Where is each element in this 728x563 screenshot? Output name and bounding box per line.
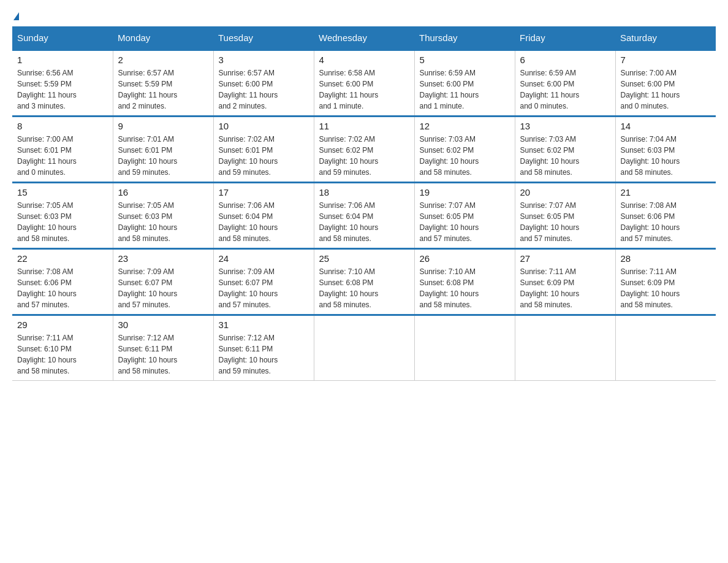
calendar-cell: 17 Sunrise: 7:06 AMSunset: 6:04 PMDaylig…: [213, 183, 314, 249]
day-number: 27: [520, 253, 610, 264]
calendar-cell: 18 Sunrise: 7:06 AMSunset: 6:04 PMDaylig…: [314, 183, 414, 249]
column-header-monday: Monday: [113, 26, 213, 50]
day-number: 6: [520, 55, 610, 65]
calendar-cell: 28 Sunrise: 7:11 AMSunset: 6:09 PMDaylig…: [615, 249, 716, 315]
calendar-cell: [515, 315, 615, 381]
day-info: Sunrise: 6:57 AMSunset: 6:00 PMDaylight:…: [219, 67, 309, 112]
week-row-3: 15 Sunrise: 7:05 AMSunset: 6:03 PMDaylig…: [12, 183, 716, 249]
day-info: Sunrise: 6:57 AMSunset: 5:59 PMDaylight:…: [118, 67, 208, 112]
day-number: 8: [17, 121, 108, 131]
day-number: 14: [621, 121, 711, 131]
day-info: Sunrise: 7:05 AMSunset: 6:03 PMDaylight:…: [118, 200, 208, 244]
calendar-cell: 15 Sunrise: 7:05 AMSunset: 6:03 PMDaylig…: [12, 183, 113, 249]
calendar-cell: 3 Sunrise: 6:57 AMSunset: 6:00 PMDayligh…: [213, 50, 314, 117]
day-info: Sunrise: 7:03 AMSunset: 6:02 PMDaylight:…: [520, 134, 610, 178]
calendar-cell: 25 Sunrise: 7:10 AMSunset: 6:08 PMDaylig…: [314, 249, 414, 315]
calendar-cell: 7 Sunrise: 7:00 AMSunset: 6:00 PMDayligh…: [615, 50, 716, 117]
calendar-cell: 12 Sunrise: 7:03 AMSunset: 6:02 PMDaylig…: [414, 117, 515, 183]
day-number: 3: [219, 55, 309, 65]
calendar-cell: 6 Sunrise: 6:59 AMSunset: 6:00 PMDayligh…: [515, 50, 615, 117]
day-number: 28: [621, 253, 711, 264]
day-info: Sunrise: 7:11 AMSunset: 6:09 PMDaylight:…: [520, 266, 610, 310]
day-info: Sunrise: 7:11 AMSunset: 6:09 PMDaylight:…: [621, 266, 711, 310]
day-info: Sunrise: 7:08 AMSunset: 6:06 PMDaylight:…: [17, 266, 108, 310]
day-info: Sunrise: 6:58 AMSunset: 6:00 PMDaylight:…: [319, 67, 409, 112]
day-number: 24: [219, 253, 309, 264]
day-number: 4: [319, 55, 409, 65]
calendar-cell: 20 Sunrise: 7:07 AMSunset: 6:05 PMDaylig…: [515, 183, 615, 249]
day-info: Sunrise: 6:56 AMSunset: 5:59 PMDaylight:…: [17, 67, 108, 112]
day-number: 25: [319, 253, 409, 264]
calendar-cell: 9 Sunrise: 7:01 AMSunset: 6:01 PMDayligh…: [113, 117, 213, 183]
calendar-cell: 16 Sunrise: 7:05 AMSunset: 6:03 PMDaylig…: [113, 183, 213, 249]
day-info: Sunrise: 7:07 AMSunset: 6:05 PMDaylight:…: [420, 200, 510, 244]
calendar-cell: 19 Sunrise: 7:07 AMSunset: 6:05 PMDaylig…: [414, 183, 515, 249]
day-number: 5: [420, 55, 510, 65]
calendar-cell: 8 Sunrise: 7:00 AMSunset: 6:01 PMDayligh…: [12, 117, 113, 183]
day-info: Sunrise: 7:10 AMSunset: 6:08 PMDaylight:…: [420, 266, 510, 310]
week-row-2: 8 Sunrise: 7:00 AMSunset: 6:01 PMDayligh…: [12, 117, 716, 183]
calendar-cell: 5 Sunrise: 6:59 AMSunset: 6:00 PMDayligh…: [414, 50, 515, 117]
day-number: 12: [420, 121, 510, 131]
day-number: 15: [17, 187, 108, 197]
day-info: Sunrise: 7:10 AMSunset: 6:08 PMDaylight:…: [319, 266, 409, 310]
calendar-cell: 11 Sunrise: 7:02 AMSunset: 6:02 PMDaylig…: [314, 117, 414, 183]
day-number: 20: [520, 187, 610, 197]
day-info: Sunrise: 7:00 AMSunset: 6:00 PMDaylight:…: [621, 67, 711, 112]
column-header-wednesday: Wednesday: [314, 26, 414, 50]
day-info: Sunrise: 7:06 AMSunset: 6:04 PMDaylight:…: [219, 200, 309, 244]
logo: [12, 12, 19, 20]
day-info: Sunrise: 7:00 AMSunset: 6:01 PMDaylight:…: [17, 134, 108, 178]
week-row-1: 1 Sunrise: 6:56 AMSunset: 5:59 PMDayligh…: [12, 50, 716, 117]
calendar-cell: 30 Sunrise: 7:12 AMSunset: 6:11 PMDaylig…: [113, 315, 213, 381]
calendar-cell: 31 Sunrise: 7:12 AMSunset: 6:11 PMDaylig…: [213, 315, 314, 381]
day-info: Sunrise: 7:02 AMSunset: 6:02 PMDaylight:…: [319, 134, 409, 178]
calendar-cell: 26 Sunrise: 7:10 AMSunset: 6:08 PMDaylig…: [414, 249, 515, 315]
day-info: Sunrise: 7:08 AMSunset: 6:06 PMDaylight:…: [621, 200, 711, 244]
day-number: 11: [319, 121, 409, 131]
day-info: Sunrise: 7:02 AMSunset: 6:01 PMDaylight:…: [219, 134, 309, 178]
calendar-cell: 22 Sunrise: 7:08 AMSunset: 6:06 PMDaylig…: [12, 249, 113, 315]
column-header-friday: Friday: [515, 26, 615, 50]
day-info: Sunrise: 7:03 AMSunset: 6:02 PMDaylight:…: [420, 134, 510, 178]
calendar-cell: [314, 315, 414, 381]
day-number: 22: [17, 253, 108, 264]
day-number: 10: [219, 121, 309, 131]
day-number: 21: [621, 187, 711, 197]
day-info: Sunrise: 7:04 AMSunset: 6:03 PMDaylight:…: [621, 134, 711, 178]
day-info: Sunrise: 7:09 AMSunset: 6:07 PMDaylight:…: [219, 266, 309, 310]
calendar-cell: 2 Sunrise: 6:57 AMSunset: 5:59 PMDayligh…: [113, 50, 213, 117]
day-info: Sunrise: 7:01 AMSunset: 6:01 PMDaylight:…: [118, 134, 208, 178]
day-info: Sunrise: 7:12 AMSunset: 6:11 PMDaylight:…: [118, 332, 208, 377]
calendar-cell: 21 Sunrise: 7:08 AMSunset: 6:06 PMDaylig…: [615, 183, 716, 249]
day-number: 17: [219, 187, 309, 197]
calendar-cell: 14 Sunrise: 7:04 AMSunset: 6:03 PMDaylig…: [615, 117, 716, 183]
day-info: Sunrise: 6:59 AMSunset: 6:00 PMDaylight:…: [420, 67, 510, 112]
day-info: Sunrise: 7:12 AMSunset: 6:11 PMDaylight:…: [219, 332, 309, 377]
day-info: Sunrise: 7:09 AMSunset: 6:07 PMDaylight:…: [118, 266, 208, 310]
day-number: 31: [219, 320, 309, 330]
day-number: 16: [118, 187, 208, 197]
calendar-cell: 27 Sunrise: 7:11 AMSunset: 6:09 PMDaylig…: [515, 249, 615, 315]
day-info: Sunrise: 6:59 AMSunset: 6:00 PMDaylight:…: [520, 67, 610, 112]
page-header: [12, 12, 716, 20]
calendar-cell: 29 Sunrise: 7:11 AMSunset: 6:10 PMDaylig…: [12, 315, 113, 381]
week-row-4: 22 Sunrise: 7:08 AMSunset: 6:06 PMDaylig…: [12, 249, 716, 315]
column-header-sunday: Sunday: [12, 26, 113, 50]
day-info: Sunrise: 7:05 AMSunset: 6:03 PMDaylight:…: [17, 200, 108, 244]
day-number: 7: [621, 55, 711, 65]
week-row-5: 29 Sunrise: 7:11 AMSunset: 6:10 PMDaylig…: [12, 315, 716, 381]
day-info: Sunrise: 7:07 AMSunset: 6:05 PMDaylight:…: [520, 200, 610, 244]
day-number: 18: [319, 187, 409, 197]
day-number: 13: [520, 121, 610, 131]
calendar-cell: 13 Sunrise: 7:03 AMSunset: 6:02 PMDaylig…: [515, 117, 615, 183]
column-header-saturday: Saturday: [615, 26, 716, 50]
day-number: 30: [118, 320, 208, 330]
day-number: 29: [17, 320, 108, 330]
calendar-cell: 23 Sunrise: 7:09 AMSunset: 6:07 PMDaylig…: [113, 249, 213, 315]
calendar-cell: 10 Sunrise: 7:02 AMSunset: 6:01 PMDaylig…: [213, 117, 314, 183]
calendar-cell: 4 Sunrise: 6:58 AMSunset: 6:00 PMDayligh…: [314, 50, 414, 117]
day-number: 2: [118, 55, 208, 65]
calendar-cell: [414, 315, 515, 381]
calendar-header-row: SundayMondayTuesdayWednesdayThursdayFrid…: [12, 26, 716, 50]
